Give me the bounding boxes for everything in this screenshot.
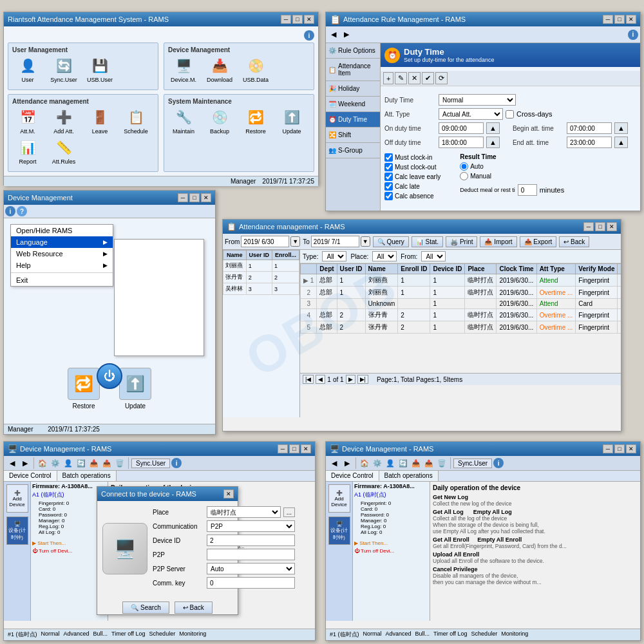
lang-chinese-traditional[interactable]: Chinese(Traditional) bbox=[115, 274, 204, 286]
sync-user-btn[interactable]: 🔄 Sync.User bbox=[47, 55, 80, 83]
lang-espanol[interactable]: Español bbox=[115, 298, 204, 309]
refresh-rule-btn[interactable]: ⟳ bbox=[435, 72, 448, 84]
search-btn[interactable]: 🔍 Search bbox=[122, 601, 169, 614]
update-dev-icon-item[interactable]: ⬆️ Update bbox=[119, 368, 151, 410]
print-btn[interactable]: 🖨️ Print bbox=[446, 236, 477, 247]
dev-right-settings-icon[interactable]: ⚙️ bbox=[372, 457, 383, 469]
rule-minimize-btn[interactable]: ─ bbox=[603, 15, 613, 24]
from-date-dropdown-btn[interactable]: ▼ bbox=[290, 236, 300, 247]
to-date-dropdown-btn[interactable]: ▼ bbox=[361, 236, 370, 247]
device-m-btn[interactable]: 🖥️ Device.M. bbox=[167, 55, 200, 83]
stat-btn[interactable]: 📊 Stat. bbox=[412, 236, 443, 247]
update-btn[interactable]: ⬆️ Update bbox=[275, 107, 308, 135]
auto-radio[interactable] bbox=[460, 162, 468, 171]
lang-turkish[interactable]: Turkish bbox=[115, 344, 204, 355]
edit-rule-btn[interactable]: ✎ bbox=[395, 72, 407, 84]
power-btn[interactable]: ⏻ bbox=[97, 363, 122, 389]
tab-device-control-right[interactable]: Device Control bbox=[326, 471, 379, 481]
start-then-btn[interactable]: ▶ Start Then... bbox=[32, 540, 106, 546]
table-row[interactable]: ▶ 1 总部 1 刘丽燕 1 1 临时打点 2019/6/30... Atten… bbox=[301, 274, 621, 287]
dev-right-info-icon[interactable]: i bbox=[493, 458, 504, 468]
calc-leave-early-checkbox[interactable] bbox=[384, 173, 393, 181]
dev-left-back-btn[interactable]: ◀ bbox=[6, 457, 18, 469]
backup-btn[interactable]: 💿 Backup bbox=[203, 107, 236, 135]
restore-dev-icon-item[interactable]: 🔁 Restore bbox=[68, 368, 100, 410]
info-icon[interactable]: i bbox=[304, 30, 314, 41]
sidebar-shift[interactable]: 🔀 Shift bbox=[326, 128, 380, 143]
device-minimize-btn[interactable]: ─ bbox=[178, 193, 188, 202]
on-duty-input[interactable] bbox=[439, 122, 484, 134]
device-item-btn-right[interactable]: 🖥️ 设备(计时钟) bbox=[328, 516, 350, 545]
sidebar-duty-time[interactable]: ⏰ Duty Time bbox=[326, 112, 380, 128]
rule-back-btn[interactable]: ◀ bbox=[328, 29, 339, 41]
query-btn[interactable]: 🔍 Query bbox=[373, 236, 409, 247]
dev-right-close-btn[interactable]: ✕ bbox=[626, 444, 636, 453]
lang-chinese-simplified[interactable]: Chinese(Simplified) bbox=[115, 263, 204, 274]
menu-exit[interactable]: Exit bbox=[11, 274, 113, 286]
prev-page-btn[interactable]: ◀ bbox=[316, 375, 325, 384]
leave-btn[interactable]: 🚪 Leave bbox=[83, 107, 117, 135]
p2p-input[interactable] bbox=[207, 549, 295, 560]
left-row-1[interactable]: 刘丽燕 1 1 bbox=[223, 260, 299, 272]
device-maximize-btn[interactable]: □ bbox=[189, 193, 200, 202]
tab-batch-ops[interactable]: Batch operations bbox=[57, 471, 117, 481]
lang-thai[interactable]: Thai bbox=[115, 332, 204, 344]
add-att-btn[interactable]: ➕ Add Att. bbox=[47, 107, 80, 135]
dev-right-maximize-btn[interactable]: □ bbox=[614, 444, 625, 453]
place-edit-btn[interactable]: ... bbox=[283, 507, 295, 517]
from-filter-select[interactable]: All bbox=[421, 251, 446, 261]
maintain-btn[interactable]: 🔧 Maintain bbox=[167, 107, 200, 135]
dev-right-sync-icon[interactable]: 🔄 bbox=[397, 457, 409, 469]
device-tree-item-right[interactable]: A1 (临时(点) bbox=[354, 491, 428, 499]
rule-forward-btn[interactable]: ▶ bbox=[341, 29, 352, 41]
from-date-input[interactable] bbox=[241, 236, 289, 247]
end-att-spin-btn[interactable]: ▲ bbox=[614, 137, 628, 148]
left-row-2[interactable]: 张丹青 2 2 bbox=[223, 272, 299, 283]
duty-time-select[interactable]: Normal bbox=[439, 94, 516, 106]
calc-absence-checkbox[interactable] bbox=[384, 192, 393, 200]
off-duty-spin-btn[interactable]: ▲ bbox=[486, 137, 500, 148]
device-help-icon[interactable]: ? bbox=[17, 206, 27, 216]
export-btn[interactable]: 📤 Export bbox=[520, 236, 557, 247]
att-m-btn[interactable]: 📅 Att.M. bbox=[11, 107, 44, 135]
report-btn[interactable]: 📊 Report bbox=[11, 137, 44, 165]
tab-batch-ops-right[interactable]: Batch operations bbox=[379, 471, 439, 481]
p2p-server-select[interactable]: Auto bbox=[207, 563, 295, 574]
lang-french[interactable]: French bbox=[115, 309, 204, 321]
dev-left-upload-icon[interactable]: 📤 bbox=[101, 457, 113, 469]
dev-left-close-btn[interactable]: ✕ bbox=[301, 444, 311, 453]
deduct-input[interactable] bbox=[518, 184, 537, 196]
rule-info-icon[interactable]: i bbox=[628, 30, 638, 40]
device-close-btn[interactable]: ✕ bbox=[201, 193, 211, 202]
dev-right-user-icon[interactable]: 👤 bbox=[384, 457, 396, 469]
device-id-input[interactable] bbox=[207, 535, 295, 546]
dev-right-sync-user-btn[interactable]: Sync.User bbox=[453, 459, 492, 468]
lang-arabic[interactable]: Arabic bbox=[115, 251, 204, 263]
dev-left-delete-icon[interactable]: 🗑️ bbox=[114, 457, 126, 469]
menu-web-resource[interactable]: Web Resource ▶ bbox=[11, 248, 113, 260]
add-rule-btn[interactable]: + bbox=[383, 72, 393, 84]
sidebar-rule-options[interactable]: ⚙️ Rule Options bbox=[326, 43, 380, 59]
dev-right-delete-icon[interactable]: 🗑️ bbox=[436, 457, 448, 469]
att-type-select[interactable]: Actual Att. bbox=[439, 108, 503, 120]
lang-english[interactable]: English bbox=[115, 286, 204, 298]
dev-right-minimize-btn[interactable]: ─ bbox=[603, 444, 613, 453]
sidebar-weekend[interactable]: 🗓️ Weekend bbox=[326, 97, 380, 112]
usb-user-btn[interactable]: 💾 USB.User bbox=[83, 55, 117, 83]
turn-off-btn[interactable]: ⏻ Turn off Devi... bbox=[32, 548, 106, 554]
dev-right-download-icon[interactable]: 📥 bbox=[410, 457, 422, 469]
lang-portuguese[interactable]: Portuguese bbox=[115, 321, 204, 332]
place-filter-select[interactable]: All bbox=[372, 251, 397, 261]
delete-rule-btn[interactable]: ✕ bbox=[408, 72, 421, 84]
dev-right-back-btn[interactable]: ◀ bbox=[328, 457, 340, 469]
right-start-then-btn[interactable]: ▶ Start Then... bbox=[354, 540, 428, 546]
manual-radio[interactable] bbox=[460, 172, 468, 180]
usb-data-btn[interactable]: 📀 USB.Data bbox=[239, 55, 272, 83]
rule-maximize-btn[interactable]: □ bbox=[614, 15, 625, 24]
lang-auto[interactable]: Auto bbox=[115, 240, 204, 251]
calc-late-checkbox[interactable] bbox=[384, 182, 393, 191]
last-page-btn[interactable]: ▶| bbox=[357, 375, 368, 384]
minimize-btn[interactable]: ─ bbox=[281, 15, 291, 24]
back-dialog-btn[interactable]: ↩ Back bbox=[175, 601, 213, 614]
sidebar-s-group[interactable]: 👥 S-Group bbox=[326, 143, 380, 158]
